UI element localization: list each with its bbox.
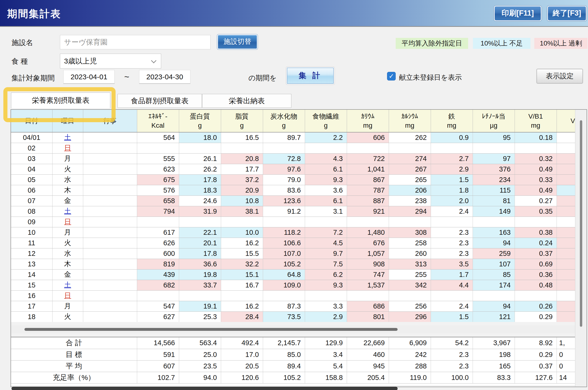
event-cell [83,174,137,185]
value-cell: 7.2 [305,227,347,238]
summary-table-viewport: 合 計14,566563.4492.42,145.7129.922,6696,9… [11,337,575,385]
date-cell: 17 [11,301,52,311]
value-cell: 94 [473,238,515,248]
value-cell: 10.0 [221,227,263,238]
value-cell [221,143,263,153]
value-cell: 675 [137,174,179,185]
meal-type-select[interactable]: 3歳以上児 [60,54,161,68]
column-header: 曜日 [52,110,83,132]
bottom-scrollbar-thumb[interactable] [11,387,398,390]
summary-value-cell: 205.4 [347,372,389,383]
table-row: 07金65824.610.8123.66.18872382.0810.27 [11,195,575,206]
value-cell: 123.6 [263,195,305,206]
value-cell: 2.9 [431,164,473,174]
value-cell: 4.4 [431,280,473,290]
value-cell [179,217,221,227]
tab-food-group-intake[interactable]: 食品群別摂取量表 [118,94,202,108]
summary-row: 合 計14,566563.4492.42,145.7129.922,6696,9… [11,337,575,349]
date-cell: 06 [11,185,52,195]
period-start-input[interactable]: 2023-04-01 [63,70,115,84]
unregistered-days-label: 献立未登録日を表示 [399,73,462,82]
period-end-input[interactable]: 2023-04-30 [139,70,190,84]
event-cell [83,164,137,174]
value-cell: 376 [473,164,515,174]
table-row: 04火62326.217.797.66.11,0412672.93760.49 [11,164,575,174]
value-cell: 2.4 [431,206,473,217]
summary-value-cell: 165 [473,360,515,372]
tab-nutrient-intake[interactable]: 栄養素別摂取量表 [11,93,110,108]
summary-value-cell: 591 [137,349,179,360]
event-cell [83,311,137,322]
date-cell: 12 [11,248,52,259]
column-header: ｴﾈﾙｷﾞ-Kcal [137,110,179,132]
value-cell [557,238,575,248]
value-cell: 2.3 [431,248,473,259]
summary-value-cell: 563.4 [179,337,221,349]
value-cell: 3.3 [305,301,347,311]
vertical-scrollbar-thumb[interactable] [580,120,582,327]
weekday-cell: 土 [52,132,83,143]
value-cell: 16.5 [221,132,263,143]
table-row: 11火62620.116.2106.64.56762582.3940.24 [11,238,575,248]
value-cell: 4.5 [305,238,347,248]
value-cell: 85 [473,269,515,280]
value-cell: 0.33 [515,174,557,185]
summary-label-cell: 目 標 [11,349,137,360]
value-cell [557,143,575,153]
column-header: ﾚﾁﾉｰﾙ当µg [473,110,515,132]
value-cell: 15.5 [221,248,263,259]
horizontal-scrollbar-thumb[interactable] [24,328,398,331]
summary-table: 合 計14,566563.4492.42,145.7129.922,6696,9… [11,337,575,384]
value-cell: 547 [137,301,179,311]
value-cell [305,290,347,301]
summary-value-cell: 83.3 [473,372,515,383]
value-cell: 238 [389,195,431,206]
date-cell: 10 [11,227,52,238]
value-cell: 1.7 [431,269,473,280]
print-button[interactable]: 印刷[F11] [494,6,541,21]
facility-switch-button[interactable]: 施設切替 [217,35,258,49]
summary-value-cell: 0 [557,349,575,360]
value-cell: 686 [347,301,389,311]
value-cell: 72.8 [263,153,305,164]
display-settings-button[interactable]: 表示設定 [537,69,583,83]
nutrient-intake-table: 日付曜日行事ｴﾈﾙｷﾞ-Kcal蛋白質g脂質g炭水化物g食物繊維gｶﾘｳﾑmgｶ… [11,110,575,322]
vertical-scrollbar[interactable] [575,110,587,387]
meal-type-label: 食 種 [11,56,28,66]
value-cell: 921 [347,206,389,217]
value-cell: 0.18 [515,132,557,143]
value-cell: 801 [347,311,389,322]
value-cell [473,217,515,227]
summary-value-cell: 6,909 [389,337,431,349]
value-cell: 31.9 [179,206,221,217]
summary-label-cell: 合 計 [11,337,137,349]
value-cell: 259 [473,248,515,259]
value-cell: 18.0 [179,132,221,143]
event-cell [83,195,137,206]
value-cell: 97 [473,153,515,164]
value-cell [557,164,575,174]
table-row: 10月61722.110.0118.27.21,4803082.31630.38 [11,227,575,238]
summary-value-cell: 105.2 [263,372,305,383]
column-header: 食物繊維g [305,110,347,132]
report-table-panel: 日付曜日行事ｴﾈﾙｷﾞ-Kcal蛋白質g脂質g炭水化物g食物繊維gｶﾘｳﾑmgｶ… [10,109,587,387]
horizontal-scrollbar[interactable] [11,325,575,334]
table-row: 14金43919.815.164.86.27472551.7850.36 [11,269,575,280]
value-cell: 16.7 [221,280,263,290]
event-cell [83,227,137,238]
value-cell: 95 [473,132,515,143]
tab-nutrition-balance[interactable]: 栄養出納表 [202,94,291,108]
facility-input[interactable]: サーヴ保育園 [60,35,211,49]
date-cell: 15 [11,280,52,290]
value-cell: 0.32 [515,153,557,164]
unregistered-days-checkbox[interactable]: ✓ [387,72,396,81]
summary-value-cell: 20.5 [221,360,263,372]
summary-value-cell: 2.3 [431,360,473,372]
value-cell: 17.7 [221,164,263,174]
weekday-cell: 金 [52,269,83,280]
value-cell: 234 [473,174,515,185]
aggregate-button[interactable]: 集 計 [287,68,334,84]
value-cell: 33.7 [179,280,221,290]
exit-button[interactable]: 終了[F3] [547,6,587,21]
value-cell: 15.1 [221,269,263,280]
